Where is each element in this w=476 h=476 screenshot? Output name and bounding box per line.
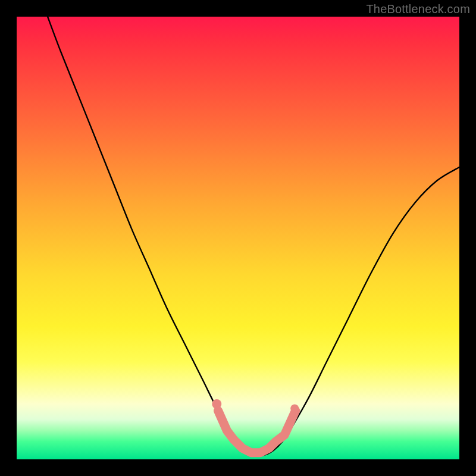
valley-highlight — [218, 411, 296, 453]
chart-frame: TheBottleneck.com — [0, 0, 476, 476]
plot-area — [17, 17, 459, 459]
bottleneck-curve — [48, 17, 459, 455]
valley-dot-right — [290, 404, 299, 412]
attribution-label: TheBottleneck.com — [366, 2, 470, 16]
valley-dot-left — [212, 399, 221, 409]
curve-layer — [17, 17, 459, 459]
